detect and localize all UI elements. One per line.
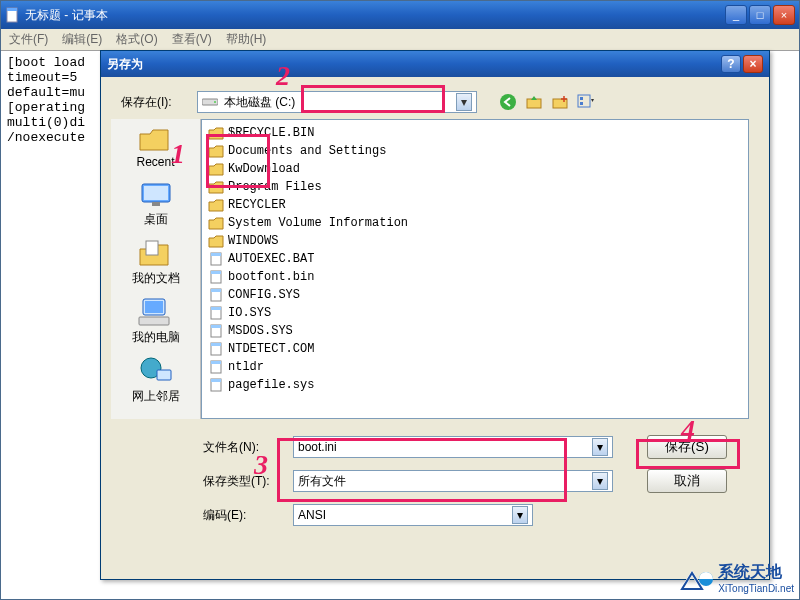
place-recent[interactable]: Recent bbox=[117, 123, 195, 169]
cancel-button[interactable]: 取消 bbox=[647, 469, 727, 493]
menu-help[interactable]: 帮助(H) bbox=[222, 31, 271, 48]
filename-label: 文件名(N): bbox=[203, 439, 283, 456]
svg-rect-1 bbox=[7, 8, 17, 11]
up-folder-icon[interactable] bbox=[525, 93, 543, 111]
folder-item[interactable]: System Volume Information bbox=[208, 214, 408, 232]
filetype-field[interactable]: 所有文件▾ bbox=[293, 470, 613, 492]
maximize-button[interactable]: □ bbox=[749, 5, 771, 25]
filetype-label: 保存类型(T): bbox=[203, 473, 283, 490]
drive-icon bbox=[202, 97, 218, 107]
svg-rect-16 bbox=[139, 317, 169, 325]
menu-format[interactable]: 格式(O) bbox=[112, 31, 161, 48]
notepad-titlebar: 无标题 - 记事本 _ □ × bbox=[1, 1, 799, 29]
svg-point-3 bbox=[214, 101, 216, 103]
chevron-down-icon[interactable]: ▾ bbox=[456, 93, 472, 111]
saveas-titlebar: 另存为 ? × bbox=[101, 51, 769, 77]
svg-point-4 bbox=[500, 94, 516, 110]
back-icon[interactable] bbox=[499, 93, 517, 111]
chevron-down-icon[interactable]: ▾ bbox=[592, 472, 608, 490]
svg-rect-6 bbox=[553, 99, 567, 108]
file-list[interactable]: $RECYCLE.BINDocuments and SettingsKwDown… bbox=[201, 119, 749, 419]
svg-rect-18 bbox=[157, 370, 171, 380]
menu-file[interactable]: 文件(F) bbox=[5, 31, 52, 48]
svg-rect-12 bbox=[152, 202, 160, 206]
svg-rect-28 bbox=[211, 325, 221, 328]
svg-rect-26 bbox=[211, 307, 221, 310]
saveas-title: 另存为 bbox=[107, 56, 719, 73]
svg-rect-13 bbox=[146, 241, 158, 255]
close-button[interactable]: × bbox=[773, 5, 795, 25]
minimize-button[interactable]: _ bbox=[725, 5, 747, 25]
svg-rect-9 bbox=[580, 102, 583, 105]
watermark-icon bbox=[680, 563, 714, 593]
new-folder-icon[interactable] bbox=[551, 93, 569, 111]
help-button[interactable]: ? bbox=[721, 55, 741, 73]
svg-rect-22 bbox=[211, 271, 221, 274]
place-network[interactable]: 网上邻居 bbox=[117, 356, 195, 405]
file-item[interactable]: CONFIG.SYS bbox=[208, 286, 408, 304]
place-documents[interactable]: 我的文档 bbox=[117, 238, 195, 287]
file-item[interactable]: NTDETECT.COM bbox=[208, 340, 408, 358]
chevron-down-icon[interactable]: ▾ bbox=[592, 438, 608, 456]
svg-rect-11 bbox=[144, 186, 168, 200]
svg-rect-7 bbox=[578, 95, 590, 107]
folder-item[interactable]: KwDownload bbox=[208, 160, 408, 178]
encoding-field[interactable]: ANSI▾ bbox=[293, 504, 533, 526]
place-desktop[interactable]: 桌面 bbox=[117, 179, 195, 228]
file-item[interactable]: pagefile.sys bbox=[208, 376, 408, 394]
folder-item[interactable]: Documents and Settings bbox=[208, 142, 408, 160]
svg-rect-5 bbox=[527, 99, 541, 108]
svg-rect-30 bbox=[211, 343, 221, 346]
notepad-icon bbox=[5, 7, 21, 23]
places-bar: Recent 桌面 我的文档 我的电脑 网上邻居 bbox=[111, 119, 201, 419]
folder-item[interactable]: Program Files bbox=[208, 178, 408, 196]
save-in-value: 本地磁盘 (C:) bbox=[224, 94, 456, 111]
documents-icon bbox=[138, 239, 174, 269]
file-item[interactable]: ntldr bbox=[208, 358, 408, 376]
chevron-down-icon[interactable]: ▾ bbox=[512, 506, 528, 524]
computer-icon bbox=[137, 297, 175, 329]
save-button[interactable]: 保存(S) bbox=[647, 435, 727, 459]
file-item[interactable]: MSDOS.SYS bbox=[208, 322, 408, 340]
svg-rect-32 bbox=[211, 361, 221, 364]
svg-rect-20 bbox=[211, 253, 221, 256]
menu-edit[interactable]: 编辑(E) bbox=[58, 31, 106, 48]
notepad-title: 无标题 - 记事本 bbox=[25, 7, 723, 24]
folder-item[interactable]: RECYCLER bbox=[208, 196, 408, 214]
network-icon bbox=[137, 356, 175, 388]
dialog-close-button[interactable]: × bbox=[743, 55, 763, 73]
folder-item[interactable]: $RECYCLE.BIN bbox=[208, 124, 408, 142]
file-item[interactable]: bootfont.bin bbox=[208, 268, 408, 286]
svg-rect-15 bbox=[145, 301, 163, 313]
filename-field[interactable]: boot.ini▾ bbox=[293, 436, 613, 458]
desktop-icon bbox=[138, 180, 174, 210]
file-item[interactable]: IO.SYS bbox=[208, 304, 408, 322]
svg-rect-34 bbox=[211, 379, 221, 382]
file-item[interactable]: AUTOEXEC.BAT bbox=[208, 250, 408, 268]
encoding-label: 编码(E): bbox=[203, 507, 283, 524]
save-as-dialog: 另存为 ? × 保存在(I): 本地磁盘 (C:) ▾ Recent 桌面 bbox=[100, 50, 770, 580]
view-menu-icon[interactable] bbox=[577, 93, 595, 111]
recent-icon bbox=[138, 124, 174, 154]
menu-view[interactable]: 查看(V) bbox=[168, 31, 216, 48]
notepad-menubar: 文件(F) 编辑(E) 格式(O) 查看(V) 帮助(H) bbox=[1, 29, 799, 51]
watermark: 系统天地 XiTongTianDi.net bbox=[680, 562, 794, 594]
save-in-label: 保存在(I): bbox=[121, 94, 191, 111]
svg-rect-24 bbox=[211, 289, 221, 292]
place-my-computer[interactable]: 我的电脑 bbox=[117, 297, 195, 346]
save-in-combo[interactable]: 本地磁盘 (C:) ▾ bbox=[197, 91, 477, 113]
svg-rect-8 bbox=[580, 97, 583, 100]
folder-item[interactable]: WINDOWS bbox=[208, 232, 408, 250]
